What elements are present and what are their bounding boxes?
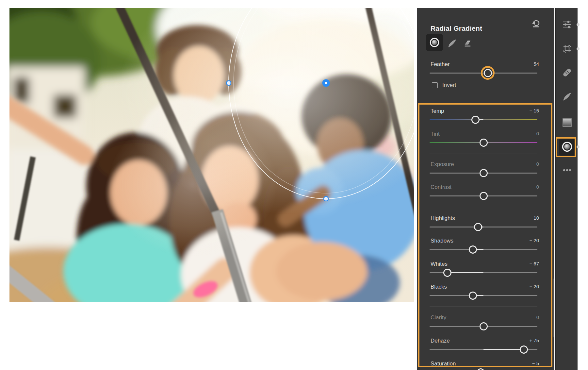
shadows-track[interactable] xyxy=(430,249,537,250)
contrast-knob[interactable] xyxy=(480,192,488,200)
slider-blacks: Blacks − 20 xyxy=(417,284,554,305)
slider-value: − 20 xyxy=(529,284,539,289)
slider-tint: Tint 0 xyxy=(417,131,554,152)
linear-gradient-icon xyxy=(562,118,572,127)
undo-icon xyxy=(531,19,541,29)
radial-gradient-panel: Radial Gradient Feather 54 xyxy=(417,8,554,370)
slider-value: + 75 xyxy=(529,338,539,343)
feather-slider-row: Feather 54 xyxy=(417,61,554,82)
lens-flare xyxy=(107,113,277,257)
feather-knob[interactable] xyxy=(484,69,492,77)
dehaze-knob[interactable] xyxy=(520,345,528,354)
group-divider xyxy=(430,154,537,154)
group-divider xyxy=(430,306,537,307)
gradient-center-dot xyxy=(325,82,327,84)
slider-label: Whites xyxy=(431,261,448,267)
slider-value: − 15 xyxy=(529,108,539,113)
group-divider xyxy=(430,207,537,207)
slider-contrast: Contrast 0 xyxy=(417,184,554,205)
slider-value: − 20 xyxy=(529,238,539,243)
eraser-tool-icon xyxy=(463,39,472,48)
slider-value: 0 xyxy=(536,314,539,320)
slider-label: Contrast xyxy=(431,184,451,191)
brush-button[interactable] xyxy=(561,90,574,103)
slider-clarity: Clarity 0 xyxy=(417,314,554,335)
panel-scrollbar[interactable] xyxy=(553,278,554,337)
tint-track[interactable] xyxy=(430,142,537,143)
crop-button[interactable] xyxy=(561,42,574,55)
healing-brush-button[interactable] xyxy=(561,66,574,79)
slider-label: Clarity xyxy=(431,314,446,321)
eraser-tool-button[interactable] xyxy=(461,36,475,51)
highlights-track[interactable] xyxy=(430,227,537,227)
more-options-button[interactable] xyxy=(561,165,574,175)
slider-whites: Whites − 67 xyxy=(417,261,554,282)
app-window: { "panel": { "title": "Radial Gradient",… xyxy=(0,0,588,370)
blacks-track[interactable] xyxy=(430,295,537,296)
slider-value: − 67 xyxy=(529,261,539,266)
slider-label: Saturation xyxy=(431,361,456,367)
whites-track[interactable] xyxy=(430,272,537,273)
photo-canvas[interactable] xyxy=(9,8,414,302)
edit-sliders-icon xyxy=(563,21,571,28)
more-options-icon xyxy=(563,169,572,172)
slider-shadows: Shadows − 20 xyxy=(417,238,554,259)
slider-temp: Temp − 15 xyxy=(417,108,554,129)
whites-knob[interactable] xyxy=(443,269,451,277)
temp-knob[interactable] xyxy=(471,116,480,124)
slider-value: 0 xyxy=(536,161,539,167)
reset-button[interactable] xyxy=(531,19,541,29)
slider-label: Shadows xyxy=(431,238,453,244)
clarity-track[interactable] xyxy=(430,326,537,327)
brush-tool-button[interactable] xyxy=(445,36,459,51)
slider-value: 0 xyxy=(536,184,539,190)
clarity-knob[interactable] xyxy=(480,322,488,330)
tint-knob[interactable] xyxy=(480,139,488,147)
slider-label: Blacks xyxy=(431,284,447,290)
edited-indicator-dot xyxy=(577,23,580,26)
slider-exposure: Exposure 0 xyxy=(417,161,554,182)
slider-value: 0 xyxy=(536,131,539,136)
edit-sliders-button[interactable] xyxy=(561,18,574,31)
brush-icon xyxy=(563,92,572,101)
slider-value: − 10 xyxy=(529,215,539,221)
edited-indicator-dot xyxy=(577,145,580,148)
dehaze-track[interactable] xyxy=(430,349,537,350)
feather-label: Feather xyxy=(431,61,450,68)
panel-title: Radial Gradient xyxy=(431,25,482,32)
slider-value: − 5 xyxy=(532,361,539,366)
radial-gradient-tool-icon xyxy=(429,37,440,48)
radial-gradient-tool-button[interactable] xyxy=(426,34,443,51)
saturation-knob[interactable] xyxy=(477,368,485,370)
slider-label: Exposure xyxy=(431,161,454,168)
feather-track[interactable] xyxy=(430,73,537,74)
radial-gradient-icon xyxy=(561,141,573,153)
healing-brush-icon xyxy=(562,68,572,77)
brush-tool-icon xyxy=(448,39,457,48)
radial-gradient-button[interactable] xyxy=(561,140,574,153)
slider-highlights: Highlights − 10 xyxy=(417,215,554,236)
slider-label: Highlights xyxy=(431,215,455,222)
photo-image xyxy=(9,8,414,302)
shadows-knob[interactable] xyxy=(469,245,477,254)
tool-strip xyxy=(555,8,578,370)
linear-gradient-button[interactable] xyxy=(561,116,574,129)
highlights-knob[interactable] xyxy=(474,223,482,231)
slider-label: Dehaze xyxy=(431,338,450,344)
temp-track[interactable] xyxy=(430,119,537,120)
slider-saturation: Saturation − 5 xyxy=(417,361,554,370)
exposure-track[interactable] xyxy=(430,173,537,174)
blacks-knob[interactable] xyxy=(469,292,477,300)
crop-rotate-icon xyxy=(563,44,572,53)
contrast-track[interactable] xyxy=(430,195,537,196)
slider-dehaze: Dehaze + 75 xyxy=(417,338,554,359)
feather-value: 54 xyxy=(533,61,539,67)
slider-label: Temp xyxy=(431,108,444,114)
invert-label: Invert xyxy=(442,82,456,89)
gradient-edge-handle-left[interactable] xyxy=(226,81,231,85)
edited-indicator-dot xyxy=(577,47,580,50)
exposure-knob[interactable] xyxy=(480,169,488,177)
slider-label: Tint xyxy=(431,131,440,137)
invert-checkbox[interactable] xyxy=(432,82,438,88)
gradient-edge-handle-bottom[interactable] xyxy=(324,196,328,201)
